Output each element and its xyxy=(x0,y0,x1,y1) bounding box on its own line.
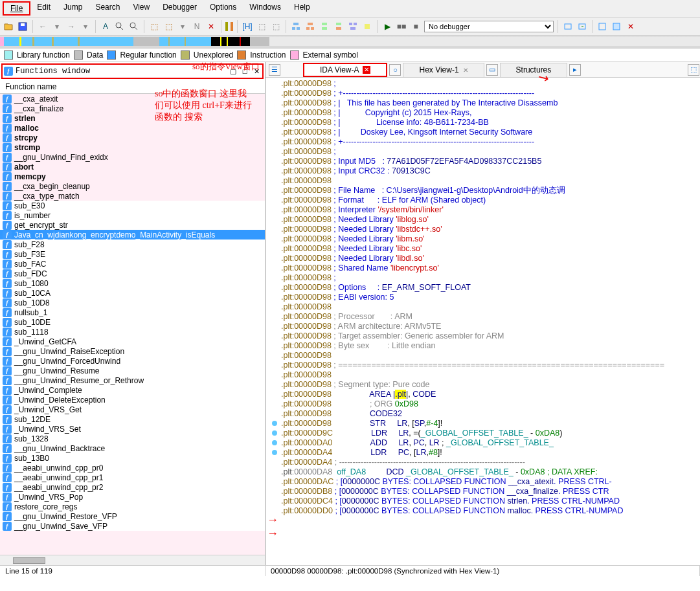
disasm-line[interactable]: .plt:00000D98 STR LR, [SP,#-4]! xyxy=(268,419,697,429)
data-button[interactable]: ⬚ xyxy=(163,21,174,32)
disasm-view[interactable]: .plt:00000D98 ; .plt:00000D98 ; +-------… xyxy=(265,78,700,565)
function-row[interactable]: fsub_FAC xyxy=(0,259,265,269)
cancel-red-icon[interactable]: ✕ xyxy=(625,21,637,32)
close-button[interactable]: ✕ xyxy=(252,67,261,76)
close-icon[interactable]: ✕ xyxy=(463,67,468,74)
function-row[interactable]: fsub_1080 xyxy=(0,278,265,288)
functions-list[interactable]: f__cxa_atexitf__cxa_finalizefstrlenfmall… xyxy=(0,94,265,555)
function-name-column[interactable]: Function name xyxy=(0,80,265,94)
disasm-line[interactable]: .plt:00000D98 xyxy=(268,351,697,361)
disasm-line[interactable]: .plt:00000D98 ; Input CRC32 : 70913C9C xyxy=(268,166,697,176)
function-row[interactable]: fstrlen xyxy=(0,113,265,123)
function-row[interactable]: f_Unwind_GetCFA xyxy=(0,337,265,346)
disasm-line[interactable]: .plt:00000D98 ; | This file has been gen… xyxy=(268,98,697,108)
function-row[interactable]: f_Unwind_Complete xyxy=(0,385,265,395)
tab-struct-icon[interactable]: ▭ xyxy=(486,64,498,76)
menu-windows[interactable]: Windows xyxy=(243,1,288,16)
fwd-drop-button[interactable]: ▾ xyxy=(80,21,91,32)
disasm-line[interactable]: .plt:00000D98 ; Needed Library 'libstdc+… xyxy=(268,225,697,234)
disasm-line[interactable]: .plt:00000D98 ; Segment type: Pure code xyxy=(268,380,697,390)
function-row[interactable]: fget_encrypt_str xyxy=(0,220,265,230)
tab-list-icon[interactable]: ☰ xyxy=(269,64,280,76)
function-row[interactable]: fsub_1118 xyxy=(0,327,265,337)
function-row[interactable]: fsub_10D8 xyxy=(0,298,265,307)
disasm-line[interactable]: .plt:00000D98 ; ARM architecture: ARMv5T… xyxy=(268,322,697,331)
function-row[interactable]: fsub_FDC xyxy=(0,269,265,278)
graph6-icon[interactable] xyxy=(361,21,373,32)
step2-icon[interactable] xyxy=(576,21,588,32)
disasm-line[interactable]: .plt:00000D98 ; ========================… xyxy=(268,361,697,370)
disasm-line[interactable]: .plt:00000D98 ; Interpreter '/system/bin… xyxy=(268,205,697,215)
disasm-line[interactable]: .plt:00000DA4 LDR PC, [LR,#8]! xyxy=(268,448,697,458)
tab-hex-view[interactable]: Hex View-1✕ xyxy=(403,63,484,77)
function-row[interactable]: f__gnu_Unwind_ForcedUnwind xyxy=(0,356,265,366)
menu-view[interactable]: View xyxy=(126,1,156,16)
debugger-select[interactable]: No debugger xyxy=(424,21,554,32)
tab-overflow-icon[interactable]: ▸ xyxy=(569,64,581,76)
text-button[interactable]: A xyxy=(100,21,111,32)
function-row[interactable]: fsub_10DE xyxy=(0,317,265,327)
function-row[interactable]: fsub_F28 xyxy=(0,240,265,249)
graph3-icon[interactable] xyxy=(319,21,330,32)
tab-hex-icon[interactable]: ○ xyxy=(389,64,401,76)
function-row[interactable]: fnullsub_1 xyxy=(0,307,265,317)
function-row[interactable]: fsub_E30 xyxy=(0,201,265,210)
disasm-line[interactable]: .plt:00000D98 ; xyxy=(268,147,697,157)
function-row[interactable]: f__cxa_type_match xyxy=(0,191,265,201)
tab-structures[interactable]: Structures xyxy=(500,63,568,77)
run-button[interactable]: ▶ xyxy=(381,21,393,32)
disasm-line[interactable]: .plt:00000DA8 off_DA8 DCD _GLOBAL_OFFSET… xyxy=(268,467,697,477)
function-row[interactable]: fsub_F3E xyxy=(0,249,265,259)
disasm-line[interactable]: .plt:00000D98 ; Needed Library 'libm.so' xyxy=(268,234,697,244)
disasm-line[interactable]: .plt:00000D98 ; ORG 0xD98 xyxy=(268,399,697,409)
fwd-button[interactable]: → xyxy=(65,21,77,32)
disasm-line[interactable]: .plt:00000D98 ; | Doskey Lee, Kingsoft I… xyxy=(268,128,697,137)
menu-debugger[interactable]: Debugger xyxy=(156,1,203,16)
disasm-line[interactable]: .plt:00000D98 AREA |.plt|, CODE xyxy=(268,390,697,399)
disasm-line[interactable]: .plt:00000D98 ; Needed Library 'libdl.so… xyxy=(268,254,697,263)
disasm-line[interactable]: .plt:00000D98 xyxy=(268,302,697,312)
open-button[interactable] xyxy=(3,21,14,32)
graph1-icon[interactable] xyxy=(290,21,302,32)
function-row[interactable]: f__gnu_Unwind_Restore_VFP xyxy=(0,511,265,521)
function-row[interactable]: fis_number xyxy=(0,210,265,220)
disasm-line[interactable]: .plt:00000D98 ; xyxy=(268,79,697,89)
function-row[interactable]: fstrcmp xyxy=(0,142,265,152)
disasm-line[interactable]: .plt:00000D98 ; Shared Name 'libencrypt.… xyxy=(268,263,697,273)
function-row[interactable]: f_Unwind_VRS_Pop xyxy=(0,492,265,502)
box2-icon[interactable]: ⬚ xyxy=(270,21,282,32)
disasm-line[interactable]: .plt:00000D98 xyxy=(268,176,697,186)
disasm-line[interactable]: .plt:00000D98 ; xyxy=(268,273,697,283)
disasm-line[interactable]: .plt:00000D98 CODE32 xyxy=(268,409,697,419)
hex-icon[interactable]: [H] xyxy=(242,21,253,32)
function-row[interactable]: f__aeabi_unwind_cpp_pr1 xyxy=(0,473,265,482)
disasm-line[interactable]: .plt:00000D98 ; File Name : C:\Users\jia… xyxy=(268,186,697,195)
window2-icon[interactable] xyxy=(611,21,622,32)
hscroll[interactable] xyxy=(0,555,265,565)
segment-icon[interactable]: N xyxy=(191,21,203,32)
function-row[interactable]: fstrcpy xyxy=(0,133,265,142)
disasm-line[interactable]: .plt:00000D98 ; Format : ELF for ARM (Sh… xyxy=(268,195,697,205)
function-row[interactable]: fsub_13B0 xyxy=(0,453,265,463)
disasm-line[interactable]: .plt:00000DA4 ; ------------------------… xyxy=(268,458,697,467)
disasm-line[interactable]: .plt:00000D98 ; Input MD5 : 77A61D05F72E… xyxy=(268,157,697,166)
function-row[interactable]: f__gnu_Unwind_Resume xyxy=(0,366,265,375)
function-row[interactable]: f__gnu_Unwind_RaiseException xyxy=(0,346,265,356)
disasm-line[interactable]: .plt:00000DA0 ADD LR, PC, LR ; _GLOBAL_O… xyxy=(268,438,697,448)
menu-search[interactable]: Search xyxy=(89,1,126,16)
save-button[interactable] xyxy=(17,21,28,32)
search2-icon[interactable] xyxy=(128,21,140,32)
marker2-icon[interactable] xyxy=(231,22,233,31)
function-row[interactable]: fsub_10CA xyxy=(0,288,265,298)
disasm-line[interactable]: .plt:00000DD0 ; [0000000C BYTES: COLLAPS… xyxy=(268,506,697,516)
disasm-line[interactable]: .plt:00000DAC ; [0000000C BYTES: COLLAPS… xyxy=(268,477,697,487)
tab-ida-view[interactable]: IDA View-A✕ xyxy=(303,63,387,77)
code-button[interactable]: ⬚ xyxy=(148,21,160,32)
disasm-line[interactable]: .plt:00000D98 ; Needed Library 'liblog.s… xyxy=(268,215,697,225)
disasm-line[interactable]: .plt:00000D98 ; +-----------------------… xyxy=(268,89,697,98)
back-drop-button[interactable]: ▾ xyxy=(51,21,63,32)
function-row[interactable]: fmalloc xyxy=(0,123,265,133)
function-row[interactable]: f__gnu_Unwind_Find_exidx xyxy=(0,152,265,162)
function-row[interactable]: f__gnu_Unwind_Backtrace xyxy=(0,443,265,453)
function-row[interactable]: f_Unwind_VRS_Set xyxy=(0,424,265,434)
